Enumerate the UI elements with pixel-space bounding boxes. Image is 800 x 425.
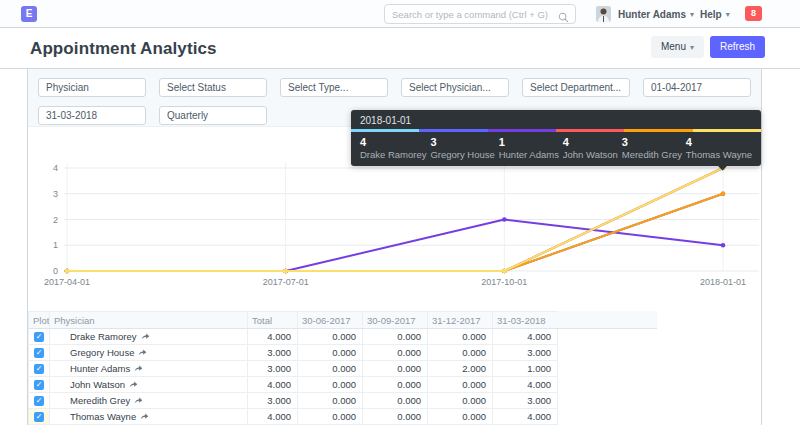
search-input[interactable] <box>392 5 557 23</box>
value-cell: 0.000 <box>298 345 363 361</box>
value-cell: 4.000 <box>248 409 298 425</box>
table-row: Drake Ramorey4.0000.0000.0000.0004.000 <box>29 329 558 345</box>
column-header-30-09-2017[interactable]: 30-09-2017 <box>363 312 428 329</box>
physician-cell: Meredith Grey <box>50 393 248 409</box>
physician-link[interactable]: Drake Ramorey <box>70 331 137 342</box>
svg-text:2017-07-01: 2017-07-01 <box>263 277 309 287</box>
tooltip-item: 4Drake Ramorey <box>360 136 427 160</box>
value-cell: 0.000 <box>428 345 493 361</box>
table-header-filler <box>557 311 657 329</box>
open-link-icon <box>141 332 150 341</box>
physician-filter[interactable] <box>401 78 509 97</box>
svg-text:1: 1 <box>53 240 58 250</box>
physician-link[interactable]: Meredith Grey <box>70 395 130 406</box>
tooltip-series-color <box>419 129 487 132</box>
svg-text:2018-01-01: 2018-01-01 <box>700 277 746 287</box>
tooltip-series-color <box>624 129 692 132</box>
value-cell: 3.000 <box>248 393 298 409</box>
open-link-icon <box>134 364 143 373</box>
table-row: Meredith Grey3.0000.0000.0000.0003.000 <box>29 393 558 409</box>
department-filter[interactable] <box>522 78 630 97</box>
tooltip-item: 3Gregory House <box>430 136 494 160</box>
column-header-30-06-2017[interactable]: 30-06-2017 <box>298 312 363 329</box>
value-cell: 0.000 <box>363 393 428 409</box>
type-filter[interactable] <box>280 78 388 97</box>
search-icon <box>558 9 569 27</box>
value-cell: 4.000 <box>248 377 298 393</box>
physician-link[interactable]: John Watson <box>70 379 125 390</box>
page-title: Appointment Analytics <box>30 39 217 59</box>
menu-button[interactable]: Menu <box>651 36 704 58</box>
status-filter[interactable] <box>159 78 267 97</box>
value-cell: 0.000 <box>428 393 493 409</box>
value-cell: 4.000 <box>493 377 558 393</box>
tooltip-item: 3Meredith Grey <box>622 136 682 160</box>
to-date-filter[interactable] <box>38 106 146 125</box>
value-cell: 0.000 <box>298 361 363 377</box>
physician-cell: Thomas Wayne <box>50 409 248 425</box>
plot-cell <box>29 361 50 377</box>
column-header-plot[interactable]: Plot <box>29 312 50 329</box>
plot-cell <box>29 393 50 409</box>
global-search <box>384 4 576 24</box>
refresh-button[interactable]: Refresh <box>710 36 765 58</box>
appointment-analytics-page: E Hunter Adams Help 8 Appointment Analyt… <box>0 0 800 425</box>
navbar: E Hunter Adams Help 8 <box>0 0 800 28</box>
page-header: Appointment Analytics Menu Refresh <box>0 28 800 69</box>
value-cell: 1.000 <box>493 361 558 377</box>
value-cell: 0.000 <box>298 377 363 393</box>
notifications-badge[interactable]: 8 <box>745 6 762 21</box>
help-menu[interactable]: Help <box>700 5 730 23</box>
from-date-filter[interactable] <box>643 78 751 97</box>
plot-cell <box>29 345 50 361</box>
column-header-total[interactable]: Total <box>248 312 298 329</box>
value-cell: 4.000 <box>493 329 558 345</box>
column-header-31-12-2017[interactable]: 31-12-2017 <box>428 312 493 329</box>
tooltip-values: 4Drake Ramorey3Gregory House1Hunter Adam… <box>351 132 761 166</box>
app-logo[interactable]: E <box>21 6 37 22</box>
table-row: John Watson4.0000.0000.0000.0004.000 <box>29 377 558 393</box>
table-row: Gregory House3.0000.0000.0000.0003.000 <box>29 345 558 361</box>
value-cell: 4.000 <box>493 409 558 425</box>
tooltip-series-color <box>488 129 556 132</box>
plot-checkbox[interactable] <box>34 332 44 342</box>
column-header-physician[interactable]: Physician <box>50 312 248 329</box>
plot-checkbox[interactable] <box>34 364 44 374</box>
value-cell: 2.000 <box>428 361 493 377</box>
tooltip-item: 4John Watson <box>563 136 618 160</box>
chevron-down-icon <box>726 10 730 19</box>
plot-checkbox[interactable] <box>34 380 44 390</box>
plot-checkbox[interactable] <box>34 412 44 422</box>
value-cell: 0.000 <box>363 377 428 393</box>
physician-cell: Gregory House <box>50 345 248 361</box>
svg-text:2017-04-01: 2017-04-01 <box>44 277 90 287</box>
plot-cell <box>29 409 50 425</box>
open-link-icon <box>138 348 147 357</box>
value-cell: 0.000 <box>363 329 428 345</box>
physician-cell: Hunter Adams <box>50 361 248 377</box>
value-cell: 3.000 <box>248 361 298 377</box>
doctype-filter[interactable] <box>38 78 146 97</box>
value-cell: 0.000 <box>428 377 493 393</box>
value-cell: 0.000 <box>298 409 363 425</box>
value-cell: 3.000 <box>493 393 558 409</box>
physician-link[interactable]: Gregory House <box>70 347 134 358</box>
user-menu[interactable]: Hunter Adams <box>596 5 694 23</box>
chevron-down-icon <box>690 44 694 53</box>
svg-text:2: 2 <box>53 215 58 225</box>
value-cell: 0.000 <box>298 329 363 345</box>
value-cell: 3.000 <box>493 345 558 361</box>
value-cell: 0.000 <box>363 361 428 377</box>
value-cell: 0.000 <box>428 329 493 345</box>
physician-link[interactable]: Thomas Wayne <box>70 411 136 422</box>
chart-area: 012342017-04-012017-07-012017-10-012018-… <box>28 127 761 300</box>
range-filter[interactable] <box>159 106 267 125</box>
column-header-31-03-2018[interactable]: 31-03-2018 <box>493 312 558 329</box>
tooltip-item: 1Hunter Adams <box>499 136 559 160</box>
physician-cell: John Watson <box>50 377 248 393</box>
plot-cell <box>29 377 50 393</box>
plot-checkbox[interactable] <box>34 396 44 406</box>
physician-link[interactable]: Hunter Adams <box>70 363 130 374</box>
plot-cell <box>29 329 50 345</box>
plot-checkbox[interactable] <box>34 348 44 358</box>
